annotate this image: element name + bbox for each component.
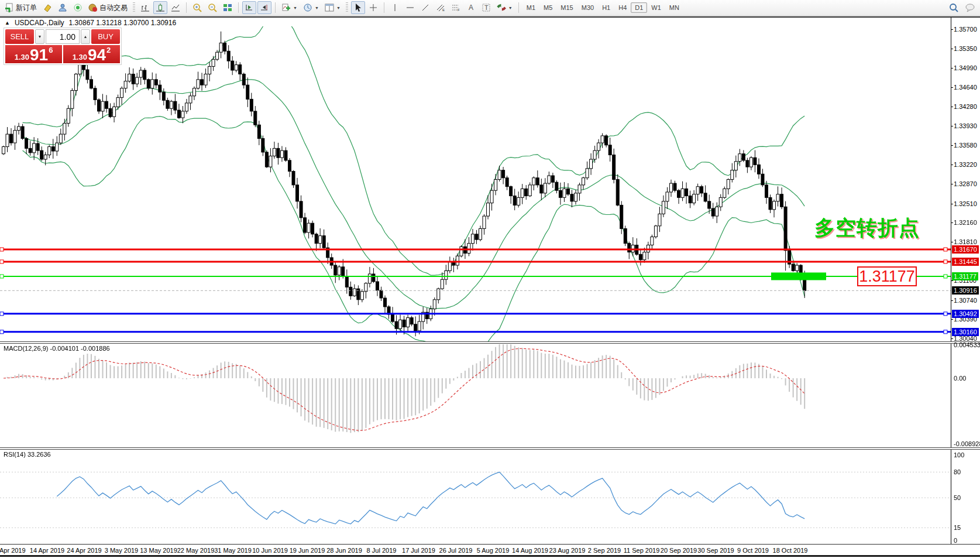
profile-button[interactable] [56,1,70,14]
panel-separator[interactable] [0,341,980,344]
sell-price-quote[interactable]: 1.30 91 6 [5,45,62,63]
rsi-tick-label: 50 [954,494,961,501]
price-tick-mark [951,107,953,107]
autotrade-button[interactable]: 自动交易 [86,1,130,14]
price-level-label: 1.30916 [952,286,979,295]
main-chart-area[interactable] [0,26,951,342]
panel-separator[interactable] [0,447,980,450]
dropdown-arrow-icon: ▼ [315,6,319,10]
toolbar-separator [384,2,384,13]
timeframe-mn[interactable]: MN [665,2,683,13]
time-axis-line [0,544,980,545]
cursor-tool[interactable] [351,1,365,14]
timeframe-m30[interactable]: M30 [577,2,598,13]
rsi-label: RSI(14) 33.2636 [4,451,51,458]
date-label: 11 Sep 2019 [624,547,660,554]
sell-button[interactable]: SELL [5,29,34,44]
candlestick-button[interactable] [153,1,167,14]
signal-icon [73,3,82,12]
bar-chart-button[interactable] [138,1,152,14]
horizontal-line-tool[interactable] [403,1,417,14]
date-label: 28 Jun 2019 [326,547,362,554]
timeframe-m15[interactable]: M15 [556,2,577,13]
timeframe-m5[interactable]: M5 [539,2,556,13]
toolbar-grip [133,2,135,13]
zoom-out-button[interactable] [205,1,219,14]
timeframe-m1[interactable]: M1 [522,2,539,13]
price-level-label: 1.30160 [952,328,979,336]
price-tick-label: 1.33220 [954,161,977,168]
toolbar-separator [238,2,239,13]
volume-input[interactable] [46,29,80,44]
timeframe-w1[interactable]: W1 [647,2,665,13]
window-border [0,555,980,557]
zoom-in-button[interactable] [190,1,204,14]
rsi-indicator-area[interactable] [0,450,951,543]
date-label: 30 Sep 2019 [697,547,734,554]
tile-windows-button[interactable] [221,1,235,14]
price-level-label: 1.31670 [952,245,979,254]
window-border [0,16,980,18]
macd-tick-label: 0.004533 [954,341,980,348]
auto-scroll-button[interactable] [242,1,256,14]
price-tick-label: 1.32160 [954,219,977,226]
sell-price-prefix: 1.30 [15,53,29,61]
rsi-tick-label: 80 [954,468,961,475]
svg-text:F: F [458,8,460,12]
price-callout-box[interactable]: 1.31177 [857,266,917,286]
vertical-line-tool[interactable] [388,1,402,14]
price-tick-label: 1.35700 [954,26,977,33]
price-tick-mark [951,319,953,320]
date-label: 31 May 2019 [214,547,252,554]
chart-shift-button[interactable] [257,1,271,14]
date-label: 24 Apr 2019 [67,547,101,554]
timeframe-d1[interactable]: D1 [631,2,647,13]
templates-icon [325,3,334,12]
new-order-button[interactable]: 新订单 [2,1,39,14]
signal-button[interactable] [71,1,85,14]
timeframe-h4[interactable]: H4 [614,2,631,13]
line-chart-button[interactable] [169,1,183,14]
symbol-period-label: USDCAD-,Daily [15,19,64,27]
templates-button[interactable]: ▼ [322,1,343,14]
volume-increase-button[interactable]: ▲ [81,29,90,44]
arrows-tool[interactable]: ▼ [494,1,515,14]
collapse-triangle-icon[interactable]: ▲ [5,20,10,26]
line-chart-icon [171,3,180,12]
volume-decrease-button[interactable]: ▼ [35,29,44,44]
price-tick-mark [951,338,953,339]
trendline-tool[interactable] [418,1,432,14]
main-toolbar: 新订单 自动交易 [0,0,980,16]
turning-point-annotation[interactable]: 多空转折点 [814,214,920,242]
text-label-tool[interactable]: T [479,1,493,14]
date-label: 8 Jul 2019 [367,547,397,554]
price-tick-label: 1.35350 [954,45,977,52]
search-button[interactable] [947,1,961,14]
date-label: 4 Apr 2019 [0,547,26,554]
price-tick-mark [951,126,953,126]
price-tick-mark [951,145,953,146]
macd-indicator-area[interactable] [0,344,951,446]
buy-price-quote[interactable]: 1.30 94 2 [63,45,120,63]
fibonacci-tool[interactable]: F [449,1,463,14]
price-tick-mark [951,280,953,281]
price-level-label: 1.30492 [952,310,979,318]
chat-button[interactable] [962,1,978,14]
timeframe-h1[interactable]: H1 [598,2,614,13]
date-label: 17 Jul 2019 [402,547,435,554]
buy-button[interactable]: BUY [91,29,120,44]
crosshair-tool[interactable] [366,1,380,14]
periods-button[interactable]: ▼ [301,1,321,14]
tile-windows-icon [223,3,232,12]
indicators-button[interactable]: ▼ [279,1,300,14]
one-click-trading-panel: SELL ▼ ▲ BUY 1.30 91 6 1.30 94 2 [4,28,122,65]
ohlc-values: 1.30867 1.31218 1.30700 1.30916 [69,19,177,27]
text-tool[interactable]: A [464,1,478,14]
buy-price-prefix: 1.30 [73,53,87,61]
equidistant-channel-icon: E [436,3,445,12]
channel-tool[interactable]: E [434,1,448,14]
price-tick-label: 1.34640 [954,84,977,91]
eraser-button[interactable] [40,1,54,14]
date-label: 10 Jun 2019 [252,547,288,554]
date-label: 26 Jul 2019 [439,547,473,554]
